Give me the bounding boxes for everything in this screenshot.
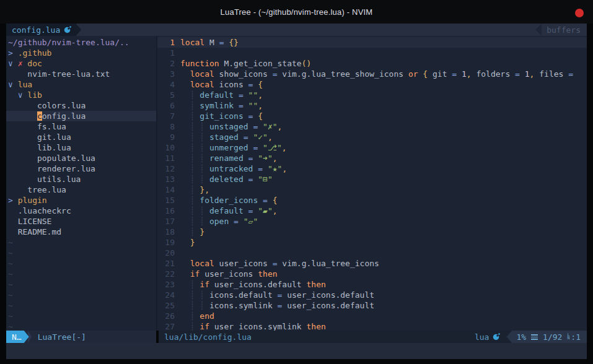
code-line[interactable]: 27 ┊ if user_icons.symlink then xyxy=(157,321,587,331)
tree-item[interactable]: fs.lua xyxy=(6,121,156,132)
token: if xyxy=(190,269,200,279)
code-line[interactable]: 8 ┊ ┊ unstaged = "✗", xyxy=(157,121,587,132)
tree-item[interactable]: ∨ lua xyxy=(6,79,156,90)
code-line[interactable]: 4 local icons = { xyxy=(157,79,587,90)
code-line[interactable]: 1local M = {} xyxy=(157,37,587,48)
token: end xyxy=(200,311,214,321)
tree-item[interactable]: .luacheckrc xyxy=(6,206,156,216)
token: colors.lua xyxy=(8,101,86,110)
code-line[interactable]: 18 ┊ } xyxy=(157,227,587,237)
token: .github xyxy=(18,48,52,58)
token: folders xyxy=(472,69,515,79)
code-line[interactable]: 26 ┊ end xyxy=(157,311,587,321)
line-number: 5 xyxy=(157,90,175,100)
code-line[interactable]: 2function M.get_icon_state() xyxy=(157,58,587,69)
code-text: ┊ ┊ deleted = "⊟" xyxy=(175,174,273,184)
code-line[interactable]: 12 ┊ ┊ untracked = "★", xyxy=(157,163,587,174)
line-number: 18 xyxy=(157,227,175,237)
code-text: ┊ ┊ unstaged = "✗", xyxy=(175,121,282,132)
token xyxy=(8,90,18,100)
code-line[interactable]: 14 ┊ }, xyxy=(157,184,587,195)
token: lua xyxy=(18,80,32,89)
token: populate.lua xyxy=(8,154,95,163)
code-text: ┊ end xyxy=(175,311,214,321)
token: = xyxy=(263,196,268,205)
code-line[interactable]: 13 ┊ ┊ deleted = "⊟" xyxy=(157,174,587,184)
code-line[interactable]: 15 ┊ folder_icons = { xyxy=(157,195,587,206)
token: utils.lua xyxy=(8,175,81,184)
token: or xyxy=(408,69,418,79)
line-number: 22 xyxy=(157,269,175,279)
code-line[interactable]: 3 local show_icons = vim.g.lua_tree_show… xyxy=(157,69,587,79)
tree-item[interactable]: ∨ ✗ doc xyxy=(6,58,156,69)
line-number: 23 xyxy=(157,279,175,290)
tree-item[interactable]: ~ xyxy=(6,237,156,248)
tree-item[interactable]: ~/github/nvim-tree.lua/.. xyxy=(6,37,156,48)
tree-item[interactable]: > .github xyxy=(6,48,156,58)
code-line[interactable]: 9 ┊ ┊ staged = "✓", xyxy=(157,132,587,142)
token: 1 xyxy=(462,69,467,79)
code-line[interactable]: 19 } xyxy=(157,237,587,248)
tree-item[interactable]: README.md xyxy=(6,227,156,237)
token: = xyxy=(452,69,457,79)
token: user_icons.default xyxy=(209,280,307,289)
line-number-icon: L N xyxy=(567,334,569,340)
tree-item[interactable]: ~ xyxy=(6,258,156,269)
tree-item[interactable]: nvim-tree-lua.txt xyxy=(6,69,156,79)
code-line[interactable]: 23 ┊ if user_icons.default then xyxy=(157,279,587,290)
code-line[interactable]: 21 local user_icons = vim.g.lua_tree_ico… xyxy=(157,258,587,269)
position-segment: 1% 1/92 L N :1 xyxy=(506,331,587,343)
token xyxy=(573,69,578,79)
tree-item[interactable]: LICENSE xyxy=(6,216,156,227)
code-line[interactable]: 11 ┊ ┊ renamed = "➜", xyxy=(157,153,587,163)
record-dot-icon[interactable] xyxy=(575,9,584,17)
tree-item[interactable]: ~ xyxy=(6,269,156,279)
token: local xyxy=(190,69,214,79)
token xyxy=(180,238,190,247)
code-line[interactable]: 22 if user_icons then xyxy=(157,269,587,279)
tree-item[interactable]: git.lua xyxy=(6,132,156,142)
tree-item[interactable]: renderer.lua xyxy=(6,163,156,174)
tabline-spacer xyxy=(81,24,535,36)
token: open xyxy=(209,217,229,226)
tree-item[interactable]: ~ xyxy=(6,321,156,331)
tree-item[interactable]: ~ xyxy=(6,311,156,321)
tree-item[interactable]: populate.lua xyxy=(6,153,156,163)
tree-item[interactable]: config.lua xyxy=(6,111,156,121)
tree-item[interactable]: tree.lua xyxy=(6,184,156,195)
code-line[interactable]: 25 ┊ ┊ icons.symlink = user_icons.defaul… xyxy=(157,300,587,311)
code-line[interactable]: 17 ┊ ┊ open = "▱" xyxy=(157,216,587,227)
code-line[interactable]: 6 ┊ symlink = "", xyxy=(157,100,587,111)
code-line[interactable]: 20 xyxy=(157,248,587,258)
code-line[interactable]: 10 ┊ ┊ unmerged = "⎇", xyxy=(157,142,587,153)
code-line[interactable]: 7 ┊ git_icons = { xyxy=(157,111,587,121)
code-text: ┊ folder_icons = { xyxy=(175,195,278,206)
code-line[interactable]: 5 ┊ default = "", xyxy=(157,90,587,100)
tree-item[interactable]: utils.lua xyxy=(6,174,156,184)
code-text: ┊ if user_icons.default then xyxy=(175,279,326,290)
token: } xyxy=(190,238,195,247)
tree-item[interactable]: ~ xyxy=(6,279,156,290)
token: ~ xyxy=(8,248,13,258)
tab-config-lua[interactable]: config.lua xyxy=(6,24,81,36)
line-number: 16 xyxy=(157,206,175,216)
tree-item[interactable]: ~ xyxy=(6,300,156,311)
code-line[interactable]: 24 ┊ ┊ icons.default = user_icons.defaul… xyxy=(157,290,587,300)
tree-item[interactable]: ~ xyxy=(6,290,156,300)
code-line[interactable]: 1 xyxy=(157,48,587,58)
buffers-label[interactable]: buffers xyxy=(542,24,587,36)
token xyxy=(258,196,263,205)
tree-item[interactable]: > plugin xyxy=(6,195,156,206)
tree-item[interactable]: ~ xyxy=(6,248,156,258)
code-line[interactable]: 16 ┊ ┊ default = "▰", xyxy=(157,206,587,216)
token: ┊ ┊ xyxy=(180,164,209,173)
token: , xyxy=(278,122,283,131)
token: "▱" xyxy=(244,217,258,226)
token: user_icons.symlink xyxy=(209,322,307,331)
editor-statusline: lua/lib/config.lua lua 1% 1/92 L N :1 xyxy=(159,331,587,343)
tree-item[interactable]: colors.lua xyxy=(6,100,156,111)
title-bar: LuaTree - (~/github/nvim-tree.lua) - NVI… xyxy=(0,0,593,24)
tree-item[interactable]: ∨ lib xyxy=(6,90,156,100)
command-line[interactable] xyxy=(6,343,587,359)
tree-item[interactable]: lib.lua xyxy=(6,142,156,153)
